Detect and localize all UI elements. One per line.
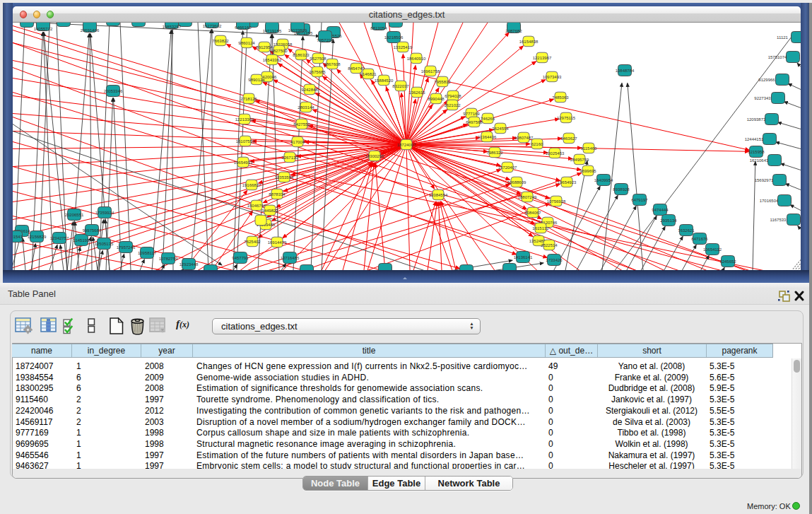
- svg-text:99975687: 99975687: [83, 228, 102, 232]
- svg-text:9699695: 9699695: [579, 168, 596, 173]
- svg-text:18807249: 18807249: [518, 194, 537, 199]
- svg-text:3624554: 3624554: [492, 126, 509, 130]
- svg-text:2867608: 2867608: [324, 62, 341, 66]
- svg-text:21364436: 21364436: [478, 134, 497, 139]
- svg-text:18640910: 18640910: [407, 56, 426, 60]
- svg-text:10807487: 10807487: [514, 135, 534, 139]
- svg-text:8322037: 8322037: [392, 83, 409, 88]
- svg-text:9890124: 9890124: [248, 77, 265, 81]
- svg-text:14055712: 14055712: [34, 26, 53, 30]
- svg-text:8878334: 8878334: [269, 192, 286, 196]
- svg-text:10025453: 10025453: [546, 151, 565, 155]
- svg-text:3675685: 3675685: [309, 69, 326, 74]
- svg-text:15046766: 15046766: [247, 203, 266, 207]
- svg-text:7955812: 7955812: [434, 79, 451, 83]
- svg-text:13353594: 13353594: [275, 175, 294, 179]
- svg-text:7663822: 7663822: [212, 38, 229, 42]
- svg-text:9245652: 9245652: [719, 259, 736, 263]
- svg-text:12213967: 12213967: [533, 55, 552, 59]
- svg-text:62160: 62160: [531, 141, 543, 146]
- svg-text:12444151: 12444151: [745, 136, 764, 141]
- svg-text:2522514: 2522514: [541, 243, 558, 247]
- svg-text:1733426: 1733426: [546, 257, 563, 262]
- svg-text:13716485: 13716485: [281, 255, 300, 259]
- svg-text:19218506: 19218506: [384, 35, 404, 39]
- svg-text:9227343: 9227343: [754, 95, 771, 100]
- svg-text:2718126: 2718126: [240, 96, 257, 100]
- svg-text:16914479: 16914479: [268, 240, 287, 244]
- svg-text:16210643: 16210643: [750, 158, 769, 162]
- svg-text:16543362: 16543362: [263, 57, 282, 62]
- svg-text:9860124: 9860124: [238, 40, 255, 45]
- svg-text:9129966: 9129966: [758, 77, 775, 81]
- svg-text:15273602: 15273602: [203, 23, 222, 28]
- svg-text:17016504: 17016504: [760, 198, 779, 202]
- svg-text:17957245: 17957245: [117, 245, 136, 249]
- svg-text:8471676: 8471676: [691, 236, 708, 240]
- svg-text:746266: 746266: [481, 116, 495, 120]
- svg-text:19654923: 19654923: [558, 180, 577, 184]
- svg-text:8427552: 8427552: [293, 122, 310, 126]
- svg-text:16033809: 16033809: [288, 28, 307, 32]
- svg-text:15884520: 15884520: [375, 78, 394, 82]
- svg-text:1615132: 1615132: [532, 226, 549, 230]
- svg-text:7986322: 7986322: [486, 150, 503, 154]
- svg-text:28495759: 28495759: [570, 157, 589, 161]
- svg-text:10782759: 10782759: [159, 256, 178, 260]
- svg-text:17359924: 17359924: [95, 210, 114, 214]
- svg-text:16107553: 16107553: [236, 139, 255, 143]
- svg-text:2935134: 2935134: [660, 218, 677, 222]
- svg-text:12975115: 12975115: [557, 115, 576, 119]
- svg-text:18724007: 18724007: [397, 142, 416, 146]
- svg-text:6466160: 6466160: [235, 25, 252, 29]
- svg-text:9827500: 9827500: [271, 48, 288, 52]
- svg-text:1449822: 1449822: [261, 208, 278, 212]
- svg-text:11121: 11121: [777, 35, 788, 39]
- svg-text:3267130: 3267130: [281, 155, 298, 159]
- svg-text:8813054: 8813054: [370, 25, 387, 30]
- svg-text:12093873: 12093873: [747, 117, 766, 121]
- svg-text:19166827: 19166827: [242, 182, 261, 187]
- svg-text:1362615: 1362615: [408, 90, 425, 94]
- svg-text:2803144: 2803144: [298, 105, 314, 109]
- svg-text:14136141: 14136141: [514, 255, 533, 259]
- svg-text:10973493: 10973493: [543, 74, 562, 78]
- svg-text:19654933: 19654933: [234, 160, 253, 164]
- svg-text:1167533: 1167533: [770, 217, 787, 221]
- svg-text:19384554: 19384554: [429, 192, 448, 197]
- svg-text:391541: 391541: [13, 234, 23, 238]
- svg-text:10688609: 10688609: [507, 180, 526, 184]
- svg-text:417004: 417004: [290, 139, 305, 144]
- svg-text:9146821: 9146821: [360, 71, 377, 76]
- svg-text:6479197: 6479197: [631, 197, 648, 201]
- svg-text:9463627: 9463627: [560, 136, 577, 140]
- svg-text:9457791: 9457791: [232, 255, 249, 259]
- svg-text:7632621: 7632621: [678, 228, 695, 232]
- svg-text:6794028: 6794028: [445, 93, 461, 98]
- svg-text:15692971: 15692971: [755, 177, 774, 182]
- svg-text:12213369: 12213369: [235, 117, 254, 121]
- svg-text:9115460: 9115460: [581, 146, 598, 150]
- svg-text:15751074: 15751074: [768, 54, 787, 59]
- svg-text:20206551: 20206551: [65, 212, 84, 216]
- svg-text:9084067: 9084067: [524, 210, 541, 214]
- svg-text:1145193: 1145193: [73, 238, 90, 242]
- svg-text:7957224: 7957224: [317, 37, 334, 42]
- svg-text:9527508: 9527508: [310, 56, 326, 60]
- svg-text:8990448: 8990448: [428, 96, 445, 100]
- svg-text:12342757: 12342757: [50, 235, 69, 240]
- svg-text:10719155: 10719155: [263, 28, 282, 33]
- svg-text:7625402: 7625402: [244, 239, 261, 243]
- svg-text:10756928: 10756928: [547, 199, 566, 203]
- svg-text:13325419: 13325419: [394, 45, 413, 49]
- svg-text:10853257: 10853257: [163, 24, 182, 28]
- svg-text:2087682: 2087682: [505, 28, 522, 33]
- svg-text:16961758: 16961758: [421, 69, 440, 73]
- svg-text:20691406: 20691406: [81, 28, 100, 32]
- svg-text:16409954: 16409954: [594, 177, 613, 182]
- svg-text:9242848: 9242848: [301, 87, 318, 91]
- svg-text:10848784: 10848784: [616, 68, 635, 72]
- svg-text:20053346: 20053346: [104, 88, 123, 93]
- svg-text:12156829: 12156829: [28, 234, 47, 238]
- svg-text:12923448: 12923448: [180, 262, 199, 266]
